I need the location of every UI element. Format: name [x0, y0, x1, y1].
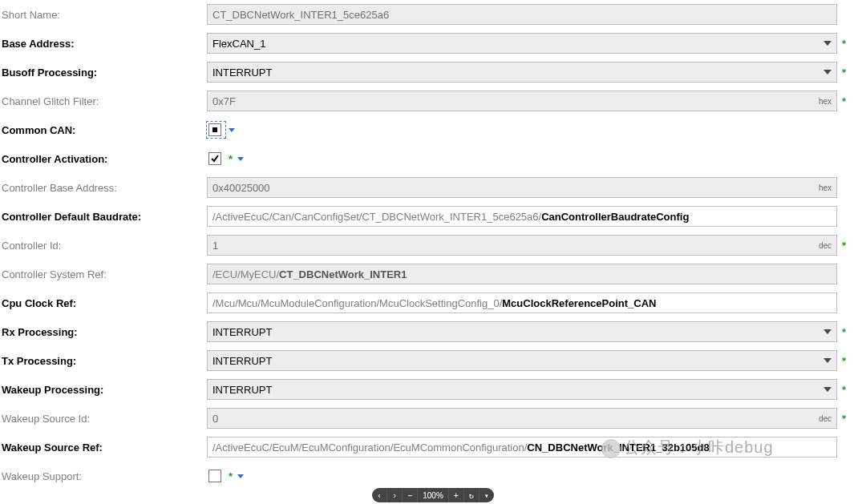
- input-controller-id: 1 dec: [207, 235, 837, 256]
- combo-busoff-processing[interactable]: INTERRUPT: [207, 62, 837, 83]
- row-common-can: Common CAN:: [0, 115, 866, 144]
- label-cpu-clock-ref: Cpu Clock Ref:: [0, 297, 202, 309]
- checkbox-common-can[interactable]: [208, 123, 224, 136]
- label-wakeup-support: Wakeup Support:: [0, 470, 202, 482]
- label-glitch-filter: Channel Glitch Filter:: [0, 95, 202, 107]
- unit-hex: hex: [819, 183, 832, 192]
- input-controller-base-address: 0x40025000 hex: [207, 177, 837, 198]
- label-wakeup-source-id: Wakeup Source Id:: [0, 413, 202, 425]
- row-controller-id: Controller Id: 1 dec *: [0, 231, 866, 260]
- next-page-button[interactable]: ›: [387, 488, 403, 490]
- row-base-address: Base Address: FlexCAN_1 *: [0, 29, 866, 58]
- required-marker: *: [229, 471, 233, 482]
- required-marker: *: [842, 356, 846, 366]
- unit-hex: hex: [819, 97, 832, 106]
- row-controller-activation: Controller Activation: *: [0, 144, 866, 173]
- combo-wakeup-processing[interactable]: INTERRUPT: [207, 379, 837, 400]
- required-marker: *: [842, 240, 846, 251]
- input-short-name: CT_DBCNetWork_INTER1_5ce625a6: [207, 4, 837, 25]
- label-controller-id: Controller Id:: [0, 240, 202, 252]
- required-marker: *: [842, 67, 846, 78]
- unit-dec: dec: [819, 241, 832, 250]
- property-form: Short Name: CT_DBCNetWork_INTER1_5ce625a…: [0, 0, 866, 490]
- checkbox-wakeup-support[interactable]: [208, 470, 224, 482]
- combo-tx-processing[interactable]: INTERRUPT: [207, 350, 837, 371]
- more-button[interactable]: ▾: [480, 488, 494, 490]
- chevron-down-icon[interactable]: [819, 62, 836, 82]
- input-wakeup-source-id: 0 dec: [207, 408, 837, 429]
- label-short-name: Short Name:: [0, 9, 202, 21]
- combo-base-address[interactable]: FlexCAN_1: [207, 33, 837, 54]
- row-short-name: Short Name: CT_DBCNetWork_INTER1_5ce625a…: [0, 0, 866, 29]
- label-busoff-processing: Busoff Processing:: [0, 67, 202, 79]
- label-controller-system-ref: Controller System Ref:: [0, 268, 202, 280]
- chevron-down-icon[interactable]: [819, 380, 836, 399]
- checkbox-indeterminate-icon: [212, 127, 217, 132]
- chevron-down-icon[interactable]: [237, 474, 244, 478]
- zoom-in-button[interactable]: +: [449, 488, 464, 490]
- label-rx-processing: Rx Processing:: [0, 326, 202, 338]
- row-cpu-clock-ref: Cpu Clock Ref: /Mcu/Mcu/McuModuleConfigu…: [0, 288, 866, 317]
- row-wakeup-source-ref: Wakeup Source Ref: /ActiveEcuC/EcuM/EcuM…: [0, 433, 866, 462]
- chevron-down-icon[interactable]: [237, 157, 244, 161]
- row-rx-processing: Rx Processing: INTERRUPT *: [0, 317, 866, 346]
- zoom-out-button[interactable]: −: [403, 488, 418, 490]
- rotate-button[interactable]: ↻: [464, 488, 480, 490]
- row-controller-base-address: Controller Base Address: 0x40025000 hex: [0, 173, 866, 202]
- chevron-down-icon[interactable]: [819, 322, 836, 341]
- viewer-toolbar: ‹ › − 100% + ↻ ▾: [372, 488, 494, 490]
- label-wakeup-source-ref: Wakeup Source Ref:: [0, 442, 202, 454]
- required-marker: *: [842, 385, 846, 395]
- row-glitch-filter: Channel Glitch Filter: 0x7F hex *: [0, 87, 866, 115]
- row-wakeup-source-id: Wakeup Source Id: 0 dec *: [0, 404, 866, 433]
- input-glitch-filter: 0x7F hex: [207, 91, 837, 111]
- label-wakeup-processing: Wakeup Processing:: [0, 384, 202, 396]
- input-controller-default-baudrate[interactable]: /ActiveEcuC/Can/CanConfigSet/CT_DBCNetWo…: [207, 206, 837, 227]
- row-tx-processing: Tx Processing: INTERRUPT *: [0, 346, 866, 375]
- required-marker: *: [842, 327, 846, 337]
- label-controller-activation: Controller Activation:: [0, 153, 202, 165]
- row-busoff-processing: Busoff Processing: INTERRUPT *: [0, 58, 866, 87]
- required-marker: *: [229, 154, 233, 164]
- checkbox-controller-activation[interactable]: [208, 152, 224, 165]
- combo-rx-processing[interactable]: INTERRUPT: [207, 321, 837, 342]
- viewer-footer: ‹ › − 100% + ↻ ▾: [0, 486, 866, 490]
- required-marker: *: [842, 413, 846, 424]
- zoom-level[interactable]: 100%: [418, 488, 449, 490]
- label-common-can: Common CAN:: [0, 124, 202, 136]
- row-wakeup-processing: Wakeup Processing: INTERRUPT *: [0, 375, 866, 404]
- required-marker: *: [842, 38, 846, 49]
- label-controller-default-baudrate: Controller Default Baudrate:: [0, 211, 202, 223]
- label-tx-processing: Tx Processing:: [0, 355, 202, 367]
- row-controller-default-baudrate: Controller Default Baudrate: /ActiveEcuC…: [0, 202, 866, 231]
- required-marker: *: [842, 96, 846, 107]
- label-base-address: Base Address:: [0, 38, 202, 50]
- input-cpu-clock-ref[interactable]: /Mcu/Mcu/McuModuleConfiguration/McuClock…: [207, 292, 837, 313]
- input-controller-system-ref: /ECU/MyECU/CT_DBCNetWork_INTER1: [207, 264, 837, 284]
- chevron-down-icon[interactable]: [819, 351, 836, 370]
- input-wakeup-source-ref[interactable]: /ActiveEcuC/EcuM/EcuMConfiguration/EcuMC…: [207, 437, 837, 458]
- row-controller-system-ref: Controller System Ref: /ECU/MyECU/CT_DBC…: [0, 260, 866, 288]
- prev-page-button[interactable]: ‹: [372, 488, 387, 490]
- chevron-down-icon[interactable]: [819, 34, 836, 53]
- chevron-down-icon[interactable]: [229, 128, 235, 132]
- unit-dec: dec: [819, 414, 832, 423]
- label-controller-base-address: Controller Base Address:: [0, 182, 202, 194]
